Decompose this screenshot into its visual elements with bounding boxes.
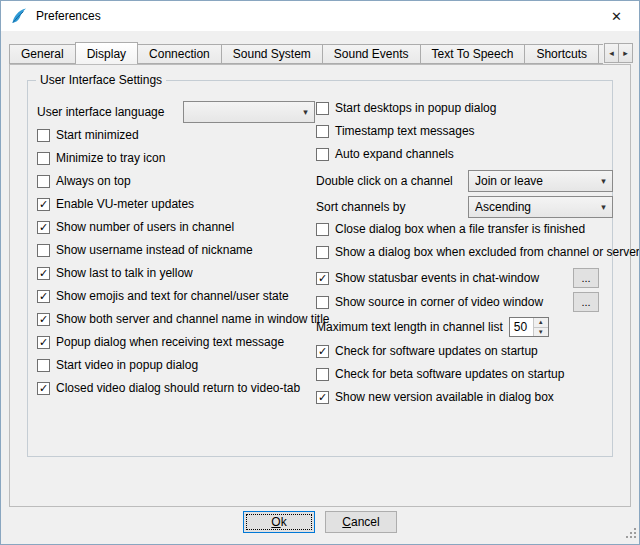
checkbox-label: Show last to talk in yellow xyxy=(56,266,193,280)
checkbox-show-number-of-users-in-channel[interactable]: ✓Show number of users in channel xyxy=(37,220,315,234)
group-title: User Interface Settings xyxy=(36,73,166,87)
left-checkbox-list: Start minimizedMinimize to tray iconAlwa… xyxy=(37,128,315,395)
checkbox-always-on-top[interactable]: Always on top xyxy=(37,174,315,188)
checkbox-show-emojis-and-text-for-channel-user-state[interactable]: ✓Show emojis and text for channel/user s… xyxy=(37,289,315,303)
video-source-config-button[interactable]: ... xyxy=(573,292,599,312)
tab-video[interactable]: Video xyxy=(598,44,603,64)
left-column: User interface language ▾ Start minimize… xyxy=(37,101,315,404)
language-row: User interface language ▾ xyxy=(37,101,315,123)
double-click-label: Double click on a channel xyxy=(316,174,453,188)
spinner-buttons: ▲ ▼ xyxy=(533,318,548,336)
tab-display[interactable]: Display xyxy=(75,42,138,64)
checkbox-label: Auto expand channels xyxy=(335,147,454,161)
title-bar[interactable]: Preferences ✕ xyxy=(1,1,639,31)
checkbox-close-dialog-box-when-a-file-transfer-is-finished[interactable]: Close dialog box when a file transfer is… xyxy=(316,222,613,236)
checkbox-label: Timestamp text messages xyxy=(335,124,475,138)
checkbox-box xyxy=(316,368,329,381)
checkbox-closed-video-dialog-should-return-to-video-tab[interactable]: ✓Closed video dialog should return to vi… xyxy=(37,381,315,395)
checkbox-timestamp-text-messages[interactable]: Timestamp text messages xyxy=(316,124,613,138)
checkbox-label: Show number of users in channel xyxy=(56,220,234,234)
statusbar-row: ✓Show statusbar events in chat-window... xyxy=(316,268,613,288)
checkbox-box: ✓ xyxy=(37,290,50,303)
checkbox-check-for-beta-software-updates-on-startup[interactable]: Check for beta software updates on start… xyxy=(316,367,613,381)
spin-down-icon[interactable]: ▼ xyxy=(534,328,548,337)
checkbox-box xyxy=(316,296,329,309)
checkbox-enable-vu-meter-updates[interactable]: ✓Enable VU-meter updates xyxy=(37,197,315,211)
checkbox-auto-expand-channels[interactable]: Auto expand channels xyxy=(316,147,613,161)
checkbox-box xyxy=(316,125,329,138)
checkbox-box: ✓ xyxy=(37,198,50,211)
statusbar-events-config-button[interactable]: ... xyxy=(573,268,599,288)
checkbox-start-desktops-in-popup-dialog[interactable]: Start desktops in popup dialog xyxy=(316,101,613,115)
checkbox-start-video-in-popup-dialog[interactable]: Start video in popup dialog xyxy=(37,358,315,372)
checkbox-box xyxy=(37,244,50,257)
max-text-length-spinner[interactable]: 50 ▲ ▼ xyxy=(509,317,549,337)
video-source-row: Show source in corner of video window... xyxy=(316,292,613,312)
ok-button[interactable]: Ok xyxy=(243,511,315,533)
user-interface-settings-group: User Interface Settings User interface l… xyxy=(27,80,613,457)
tab-connection[interactable]: Connection xyxy=(137,44,222,64)
checkbox-start-minimized[interactable]: Start minimized xyxy=(37,128,315,142)
checkbox-show-username-instead-of-nickname[interactable]: Show username instead of nickname xyxy=(37,243,315,257)
tab-shortcuts[interactable]: Shortcuts xyxy=(524,44,599,64)
tab-text-to-speech[interactable]: Text To Speech xyxy=(420,44,526,64)
checkbox-box: ✓ xyxy=(37,336,50,349)
checkbox-show-statusbar-events-in-chat-window[interactable]: ✓Show statusbar events in chat-window xyxy=(316,271,539,285)
spin-up-icon[interactable]: ▲ xyxy=(534,318,548,328)
checkbox-label: Show new version available in dialog box xyxy=(335,390,554,404)
display-tab-pane: User Interface Settings User interface l… xyxy=(9,64,631,507)
max-text-length-row: Maximum text length in channel list 50 ▲… xyxy=(316,316,613,338)
close-button[interactable]: ✕ xyxy=(594,1,639,31)
checkbox-label: Start minimized xyxy=(56,128,139,142)
checkbox-box: ✓ xyxy=(37,267,50,280)
checkbox-label: Check for software updates on startup xyxy=(335,344,538,358)
checkbox-box xyxy=(37,175,50,188)
double-click-row: Double click on a channel Join or leave … xyxy=(316,170,613,192)
right-bottom-list: ✓Check for software updates on startupCh… xyxy=(316,344,613,404)
resize-grip[interactable] xyxy=(626,528,637,542)
tab-scroll: ◂ ▸ xyxy=(605,43,633,63)
checkbox-popup-dialog-when-receiving-text-message[interactable]: ✓Popup dialog when receiving text messag… xyxy=(37,335,315,349)
language-combo[interactable]: ▾ xyxy=(183,101,315,123)
checkbox-label: Closed video dialog should return to vid… xyxy=(56,381,300,395)
checkbox-box: ✓ xyxy=(37,382,50,395)
checkbox-show-source-in-corner-of-video-window[interactable]: Show source in corner of video window xyxy=(316,295,543,309)
button-row: Ok Cancel xyxy=(1,511,639,533)
checkbox-show-last-to-talk-in-yellow[interactable]: ✓Show last to talk in yellow xyxy=(37,266,315,280)
checkbox-minimize-to-tray-icon[interactable]: Minimize to tray icon xyxy=(37,151,315,165)
right-top-list: Start desktops in popup dialogTimestamp … xyxy=(316,101,613,161)
tab-general[interactable]: General xyxy=(9,44,76,64)
checkbox-label: Check for beta software updates on start… xyxy=(335,367,564,381)
combo-value: Join or leave xyxy=(475,174,595,188)
language-label: User interface language xyxy=(37,105,164,119)
max-text-length-label: Maximum text length in channel list xyxy=(316,320,503,334)
checkbox-label: Show source in corner of video window xyxy=(335,295,543,309)
checkbox-box xyxy=(316,148,329,161)
chevron-down-icon: ▾ xyxy=(595,176,612,186)
checkbox-check-for-software-updates-on-startup[interactable]: ✓Check for software updates on startup xyxy=(316,344,613,358)
checkbox-label: Enable VU-meter updates xyxy=(56,197,194,211)
checkbox-label: Popup dialog when receiving text message xyxy=(56,335,284,349)
checkbox-box xyxy=(316,223,329,236)
checkbox-show-new-version-available-in-dialog-box[interactable]: ✓Show new version available in dialog bo… xyxy=(316,390,613,404)
checkbox-label: Start desktops in popup dialog xyxy=(335,101,496,115)
checkbox-label: Show emojis and text for channel/user st… xyxy=(56,289,289,303)
double-click-combo[interactable]: Join or leave ▾ xyxy=(468,170,613,192)
checkbox-box: ✓ xyxy=(316,391,329,404)
checkbox-box: ✓ xyxy=(316,345,329,358)
checkbox-label: Start video in popup dialog xyxy=(56,358,198,372)
tab-sound-system[interactable]: Sound System xyxy=(221,44,323,64)
checkbox-show-a-dialog-box-when-excluded-from-channel-or-server[interactable]: Show a dialog box when excluded from cha… xyxy=(316,245,613,259)
window-title: Preferences xyxy=(36,9,101,23)
cancel-button[interactable]: Cancel xyxy=(325,511,397,533)
checkbox-show-both-server-and-channel-name-in-window-title[interactable]: ✓Show both server and channel name in wi… xyxy=(37,312,315,326)
tab-scroll-left-icon[interactable]: ◂ xyxy=(604,43,619,63)
preferences-dialog: Preferences ✕ GeneralDisplayConnectionSo… xyxy=(0,0,640,545)
checkbox-label: Show statusbar events in chat-window xyxy=(335,271,539,285)
tab-scroll-right-icon[interactable]: ▸ xyxy=(618,43,633,63)
right-column: Start desktops in popup dialogTimestamp … xyxy=(316,101,613,413)
sort-channels-label: Sort channels by xyxy=(316,200,405,214)
checkbox-box xyxy=(316,246,329,259)
tab-sound-events[interactable]: Sound Events xyxy=(322,44,421,64)
sort-channels-combo[interactable]: Ascending ▾ xyxy=(468,196,613,218)
